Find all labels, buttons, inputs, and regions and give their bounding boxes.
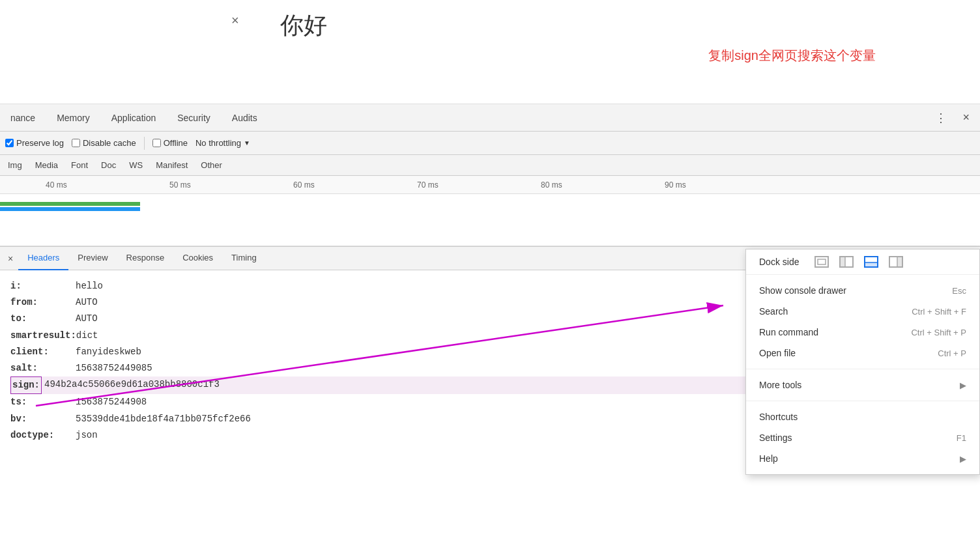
preserve-log-label[interactable]: Preserve log <box>5 138 64 148</box>
network-toolbar: Preserve log Disable cache Offline No th… <box>0 132 980 155</box>
progress-bar-blue <box>0 207 140 211</box>
tab-headers[interactable]: Headers <box>18 247 68 270</box>
filter-font[interactable]: Font <box>68 159 91 171</box>
context-menu: Dock side <box>745 249 980 475</box>
close-button[interactable]: × <box>231 13 239 28</box>
menu-section-3: Shortcuts Settings F1 Help ▶ <box>746 401 979 474</box>
menu-section-2: More tools ▶ <box>746 369 979 401</box>
filter-row: Img Media Font Doc WS Manifest Other <box>0 155 980 176</box>
menu-search[interactable]: Search Ctrl + Shift + F <box>746 301 979 322</box>
annotation-text: 复制sign全网页搜索这个变量 <box>708 47 876 64</box>
help-arrow-icon: ▶ <box>960 454 966 464</box>
tab-cookies[interactable]: Cookies <box>173 247 222 270</box>
svg-rect-11 <box>897 257 902 267</box>
progress-bar-green <box>0 202 140 206</box>
timeline-row: 40 ms 50 ms 60 ms 70 ms 80 ms 90 ms <box>0 176 980 194</box>
filter-manifest[interactable]: Manifest <box>153 159 190 171</box>
devtools-close-button[interactable]: × <box>957 108 975 127</box>
tab-preview[interactable]: Preview <box>68 247 117 270</box>
page-title: 你好 <box>280 10 327 42</box>
marker-90ms: 90 ms <box>665 176 686 193</box>
preserve-log-checkbox[interactable] <box>5 139 14 147</box>
svg-rect-3 <box>818 259 826 264</box>
menu-help[interactable]: Help ▶ <box>746 448 979 469</box>
throttle-arrow: ▼ <box>244 139 250 147</box>
toolbar-separator <box>144 137 145 150</box>
menu-show-console-drawer[interactable]: Show console drawer Esc <box>746 280 979 301</box>
svg-rect-2 <box>815 257 828 267</box>
throttle-select[interactable]: No throttling ▼ <box>195 138 250 148</box>
dock-side-label: Dock side <box>759 257 799 267</box>
page-content: × 你好 复制sign全网页搜索这个变量 <box>0 0 980 104</box>
marker-60ms: 60 ms <box>293 176 315 193</box>
progress-bars <box>0 194 980 246</box>
panel-close-button[interactable]: × <box>3 251 18 266</box>
tab-performance[interactable]: nance <box>0 104 46 132</box>
dock-bottom-icon[interactable] <box>864 256 878 268</box>
devtools-more-button[interactable]: ⋮ <box>930 108 952 128</box>
dock-left-icon[interactable] <box>839 256 854 268</box>
disable-cache-checkbox[interactable] <box>72 139 80 147</box>
tab-audits[interactable]: Audits <box>222 104 268 132</box>
devtools-tabs-right: ⋮ × <box>930 108 980 128</box>
menu-open-file[interactable]: Open file Ctrl + P <box>746 343 979 363</box>
dock-right-icon[interactable] <box>889 256 903 268</box>
filter-img[interactable]: Img <box>5 159 25 171</box>
menu-shortcuts[interactable]: Shortcuts <box>746 406 979 427</box>
dock-side-section: Dock side <box>746 249 979 275</box>
tab-security[interactable]: Security <box>167 104 222 132</box>
tab-memory[interactable]: Memory <box>46 104 101 132</box>
browser-window: × 你好 复制sign全网页搜索这个变量 nance Memory Applic… <box>0 0 980 553</box>
dock-undock-icon[interactable] <box>814 256 829 268</box>
marker-40ms: 40 ms <box>46 176 67 193</box>
tab-application[interactable]: Application <box>101 104 167 132</box>
devtools-tab-bar: nance Memory Application Security Audits… <box>0 104 980 132</box>
menu-run-command[interactable]: Run command Ctrl + Shift + P <box>746 322 979 343</box>
tab-response[interactable]: Response <box>117 247 174 270</box>
offline-label[interactable]: Offline <box>152 138 188 148</box>
menu-settings[interactable]: Settings F1 <box>746 427 979 448</box>
offline-checkbox[interactable] <box>152 139 161 147</box>
disable-cache-label[interactable]: Disable cache <box>72 138 136 148</box>
more-tools-arrow-icon: ▶ <box>960 380 966 390</box>
filter-other[interactable]: Other <box>198 159 225 171</box>
marker-50ms: 50 ms <box>169 176 191 193</box>
svg-rect-5 <box>840 257 845 267</box>
filter-ws[interactable]: WS <box>126 159 145 171</box>
filter-media[interactable]: Media <box>33 159 61 171</box>
menu-more-tools[interactable]: More tools ▶ <box>746 375 979 395</box>
menu-section-1: Show console drawer Esc Search Ctrl + Sh… <box>746 275 979 369</box>
tab-timing[interactable]: Timing <box>222 247 266 270</box>
svg-rect-8 <box>865 262 878 267</box>
marker-80ms: 80 ms <box>541 176 562 193</box>
marker-70ms: 70 ms <box>417 176 439 193</box>
filter-doc[interactable]: Doc <box>98 159 119 171</box>
